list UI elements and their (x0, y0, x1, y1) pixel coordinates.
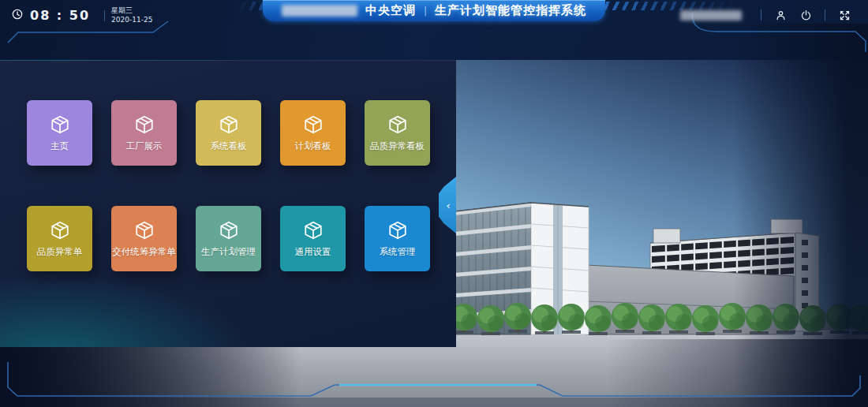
menu-tile-5[interactable]: 品质异常单 (27, 206, 92, 271)
weekday-label: 星期三 (111, 6, 152, 16)
redacted-logo (282, 5, 357, 17)
menu-tile-label: 系统看板 (211, 140, 247, 152)
redacted-username (680, 10, 742, 21)
clock-icon (11, 8, 24, 24)
cube-icon (303, 220, 324, 241)
menu-tile-1[interactable]: 工厂展示 (111, 100, 177, 166)
app-window: 主页 工厂展示 (0, 0, 868, 407)
user-icon[interactable] (773, 8, 788, 22)
menu-tile-label: 品质异常单 (37, 246, 83, 258)
menu-tile-4[interactable]: 品质异常看板 (365, 100, 430, 166)
title-banner: 中央空调 | 生产计划智能管控指挥系统 (263, 0, 605, 21)
menu-tile-3[interactable]: 计划看板 (280, 100, 346, 166)
menu-tile-label: 通用设置 (295, 246, 331, 258)
menu-tile-label: 系统管理 (380, 246, 416, 258)
chevron-left-icon: ‹ (446, 200, 450, 211)
clock-time: 08 : 50 (30, 8, 90, 23)
user-group (680, 8, 857, 22)
menu-tile-label: 品质异常看板 (370, 140, 425, 152)
menu-tile-grid: 主页 工厂展示 (27, 100, 437, 271)
user-divider-2 (825, 9, 825, 21)
date-block: 星期三 2020-11-25 (111, 6, 152, 24)
user-divider-1 (761, 9, 761, 21)
cube-icon (50, 220, 70, 241)
fullscreen-icon[interactable] (837, 8, 851, 22)
clock-group: 08 : 50 星期三 2020-11-25 (11, 6, 152, 24)
power-icon[interactable] (799, 8, 813, 22)
title-separator: | (424, 6, 427, 17)
date-label: 2020-11-25 (111, 16, 152, 25)
bottom-right-dark-fade (608, 339, 868, 407)
menu-tile-label: 主页 (51, 140, 69, 152)
clock-divider (104, 10, 105, 21)
cube-icon (134, 114, 155, 135)
menu-tile-label: 工厂展示 (126, 140, 163, 152)
menu-tile-2[interactable]: 系统看板 (196, 100, 261, 166)
menu-tile-6[interactable]: 交付统筹异常单 (111, 206, 177, 271)
cube-icon (219, 220, 239, 241)
menu-tile-label: 生产计划管理 (201, 246, 256, 258)
cube-icon (219, 114, 239, 135)
brand-label: 中央空调 (365, 3, 416, 18)
page-title: 生产计划智能管控指挥系统 (435, 3, 586, 18)
cube-icon (50, 114, 70, 135)
main-menu-panel: 主页 工厂展示 (0, 60, 456, 347)
menu-tile-label: 交付统筹异常单 (112, 246, 176, 258)
cube-icon (387, 220, 408, 241)
menu-tile-label: 计划看板 (295, 140, 331, 152)
cube-icon (303, 114, 324, 135)
cube-icon (387, 114, 408, 135)
bottom-left-dark-fade (0, 347, 300, 407)
top-bar: 08 : 50 星期三 2020-11-25 中央空调 | 生产计划智能管控指挥… (0, 0, 868, 27)
cube-icon (134, 220, 155, 241)
menu-tile-7[interactable]: 生产计划管理 (196, 206, 261, 271)
menu-tile-9[interactable]: 系统管理 (365, 206, 430, 271)
menu-tile-0[interactable]: 主页 (27, 100, 92, 166)
menu-tile-8[interactable]: 通用设置 (280, 206, 346, 271)
